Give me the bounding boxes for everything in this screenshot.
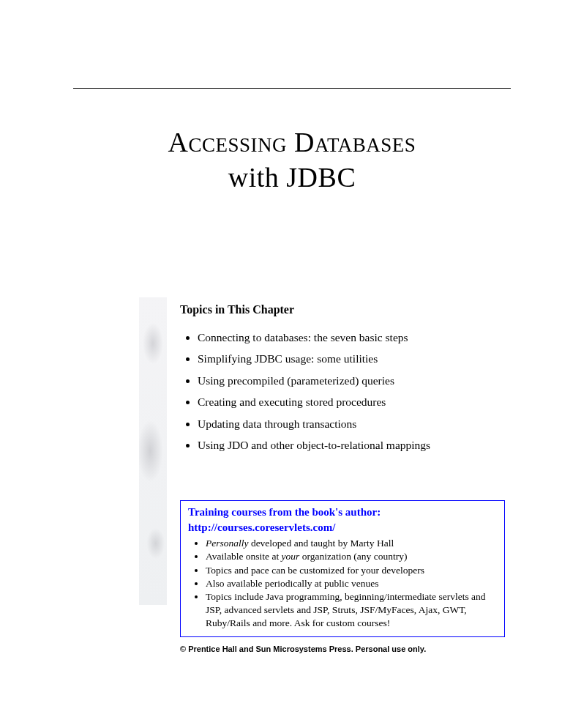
promo-item: Also available periodically at public ve…	[206, 577, 497, 590]
promo-item: Topics include Java programming, beginni…	[206, 590, 497, 631]
promo-item: Available onsite at your organization (a…	[206, 550, 497, 563]
topic-item: Creating and executing stored procedures	[198, 391, 511, 412]
page: Accessing Databases with JDBC Topics in …	[0, 0, 562, 697]
title-line-1: Accessing Databases	[73, 125, 511, 160]
topic-item: Connecting to databases: the seven basic…	[198, 327, 511, 348]
topic-item: Simplifying JDBC usage: some utilities	[198, 348, 511, 369]
horizontal-rule	[73, 88, 511, 89]
topics-list: Connecting to databases: the seven basic…	[180, 327, 511, 456]
promo-box: Training courses from the book's author:…	[180, 500, 505, 637]
chapter-title: Accessing Databases with JDBC	[73, 125, 511, 195]
promo-link[interactable]: http://courses.coreservlets.com/	[188, 521, 335, 534]
marble-texture	[139, 297, 167, 605]
content-column: Topics in This Chapter Connecting to dat…	[180, 297, 511, 653]
copyright: © Prentice Hall and Sun Microsystems Pre…	[180, 645, 511, 653]
title-line-2: with JDBC	[73, 160, 511, 196]
topic-item: Updating data through transactions	[198, 413, 511, 434]
promo-list: Personally developed and taught by Marty…	[188, 537, 497, 631]
content-row: Topics in This Chapter Connecting to dat…	[73, 297, 511, 653]
topic-item: Using precompiled (parameterized) querie…	[198, 370, 511, 391]
topics-heading: Topics in This Chapter	[180, 303, 511, 316]
topic-item: Using JDO and other object-to-relational…	[198, 434, 511, 456]
promo-title: Training courses from the book's author:	[188, 505, 497, 520]
promo-item: Topics and pace can be customized for yo…	[206, 564, 497, 577]
promo-item: Personally developed and taught by Marty…	[206, 537, 497, 550]
